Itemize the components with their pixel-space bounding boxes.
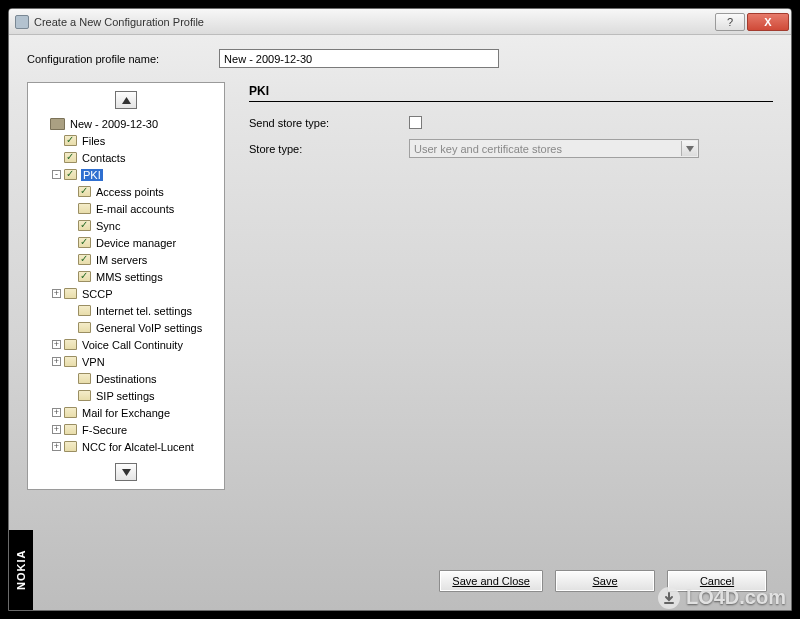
app-icon <box>15 15 29 29</box>
tree-item-label: SCCP <box>81 288 114 300</box>
help-button[interactable]: ? <box>715 13 745 31</box>
tree-item[interactable]: +Files <box>50 132 218 149</box>
tree-item-label: SIP settings <box>95 390 156 402</box>
expand-plus-icon[interactable]: + <box>52 289 61 298</box>
tree-item[interactable]: +Destinations <box>64 370 218 387</box>
tree-scroll-down-button[interactable] <box>115 463 137 481</box>
folder-icon <box>78 322 91 333</box>
tree-item[interactable]: +F-Secure <box>50 421 218 438</box>
svg-marker-2 <box>686 146 694 152</box>
folder-icon <box>64 407 77 418</box>
tree-item-label: F-Secure <box>81 424 128 436</box>
expand-plus-icon[interactable]: + <box>52 357 61 366</box>
expand-plus-icon[interactable]: + <box>52 408 61 417</box>
tree-item[interactable]: -PKI <box>50 166 218 183</box>
svg-marker-0 <box>122 97 131 104</box>
expand-blank-icon: + <box>66 306 75 315</box>
watermark: LO4D.com <box>658 586 786 609</box>
expand-blank-icon: + <box>66 187 75 196</box>
folder-icon <box>78 186 91 197</box>
tree-item-label: VPN <box>81 356 106 368</box>
tree-item-label: IM servers <box>95 254 148 266</box>
tree-item-label: Access points <box>95 186 165 198</box>
folder-icon <box>64 339 77 350</box>
tree-item-label: PKI <box>81 169 103 181</box>
tree-item-label: Voice Call Continuity <box>81 339 184 351</box>
tree-item-label: NCC for Alcatel-Lucent <box>81 441 195 453</box>
tree-scroll-up-button[interactable] <box>115 91 137 109</box>
profile-name-input[interactable] <box>219 49 499 68</box>
tree-item[interactable]: +Access points <box>64 183 218 200</box>
titlebar: Create a New Configuration Profile ? X <box>9 9 791 35</box>
folder-icon <box>78 203 91 214</box>
send-store-type-checkbox[interactable] <box>409 116 422 129</box>
folder-icon <box>78 237 91 248</box>
config-tree[interactable]: + New - 2009-12-30 +Files+Contacts-PKI+A… <box>34 115 218 455</box>
folder-icon <box>78 271 91 282</box>
store-type-label: Store type: <box>249 143 409 155</box>
tree-item[interactable]: +Contacts <box>50 149 218 166</box>
tree-item[interactable]: +NCC for Alcatel-Lucent <box>50 438 218 455</box>
expand-blank-icon: + <box>66 255 75 264</box>
folder-icon <box>78 305 91 316</box>
tree-item-label: Device manager <box>95 237 177 249</box>
store-type-row: Store type: User key and certificate sto… <box>249 139 773 158</box>
folder-icon <box>64 356 77 367</box>
tree-item[interactable]: +Mail for Exchange <box>50 404 218 421</box>
tree-item-label: Mail for Exchange <box>81 407 171 419</box>
tree-item[interactable]: +IM servers <box>64 251 218 268</box>
tree-root[interactable]: + New - 2009-12-30 <box>36 115 218 132</box>
tree-item[interactable]: +Voice Call Continuity <box>50 336 218 353</box>
send-store-type-label: Send store type: <box>249 117 409 129</box>
folder-icon <box>64 441 77 452</box>
brand-badge: NOKIA <box>9 530 33 610</box>
svg-marker-1 <box>122 469 131 476</box>
triangle-up-icon <box>122 97 131 104</box>
expand-blank-icon: + <box>66 204 75 213</box>
tree-item-label: MMS settings <box>95 271 164 283</box>
window-chrome: Create a New Configuration Profile ? X C… <box>8 8 792 611</box>
tree-item-label: Files <box>81 135 106 147</box>
expand-blank-icon: + <box>66 374 75 383</box>
tree-root-label: New - 2009-12-30 <box>69 118 159 130</box>
form-panel: PKI Send store type: Store type: User ke… <box>249 82 773 168</box>
expand-plus-icon[interactable]: + <box>52 442 61 451</box>
client-area: Configuration profile name: + New - 2009… <box>9 35 791 610</box>
profile-name-label: Configuration profile name: <box>27 53 159 65</box>
download-icon <box>658 587 680 609</box>
form-rule <box>249 101 773 102</box>
store-type-value: User key and certificate stores <box>414 143 562 155</box>
expand-minus-icon[interactable]: - <box>52 170 61 179</box>
expand-blank-icon: + <box>38 119 47 128</box>
tree-item[interactable]: +MMS settings <box>64 268 218 285</box>
expand-blank-icon: + <box>66 238 75 247</box>
expand-blank-icon: + <box>52 136 61 145</box>
folder-icon <box>78 254 91 265</box>
profile-name-row: Configuration profile name: <box>27 49 773 68</box>
tree-panel: + New - 2009-12-30 +Files+Contacts-PKI+A… <box>27 82 225 490</box>
tree-item[interactable]: +VPN <box>50 353 218 370</box>
tree-item[interactable]: +SIP settings <box>64 387 218 404</box>
tree-item-label: Destinations <box>95 373 158 385</box>
folder-icon <box>64 288 77 299</box>
tree-item[interactable]: +E-mail accounts <box>64 200 218 217</box>
folder-icon <box>64 152 77 163</box>
expand-blank-icon: + <box>66 221 75 230</box>
close-button[interactable]: X <box>747 13 789 31</box>
expand-plus-icon[interactable]: + <box>52 340 61 349</box>
tree-item-label: Sync <box>95 220 121 232</box>
window-title: Create a New Configuration Profile <box>34 16 204 28</box>
tree-item-label: E-mail accounts <box>95 203 175 215</box>
store-type-select[interactable]: User key and certificate stores <box>409 139 699 158</box>
tree-item[interactable]: +General VoIP settings <box>64 319 218 336</box>
tree-item-label: Internet tel. settings <box>95 305 193 317</box>
expand-plus-icon[interactable]: + <box>52 425 61 434</box>
tree-item[interactable]: +Device manager <box>64 234 218 251</box>
tree-item[interactable]: +SCCP <box>50 285 218 302</box>
tree-item[interactable]: +Internet tel. settings <box>64 302 218 319</box>
save-and-close-button[interactable]: Save and Close <box>439 570 543 592</box>
send-store-type-row: Send store type: <box>249 116 773 129</box>
folder-icon <box>78 390 91 401</box>
tree-item[interactable]: +Sync <box>64 217 218 234</box>
save-button[interactable]: Save <box>555 570 655 592</box>
